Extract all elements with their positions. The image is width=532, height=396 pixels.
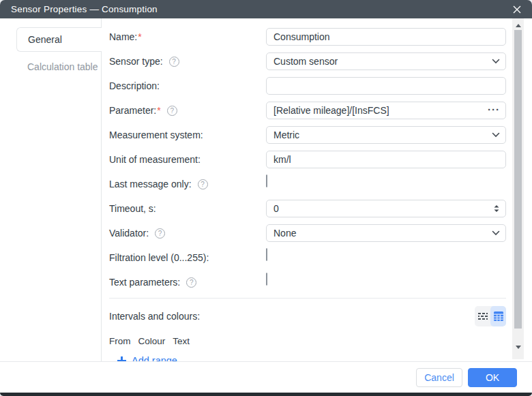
description-input[interactable]: [266, 77, 506, 95]
unit-input[interactable]: [266, 151, 506, 168]
intervals-label: Intervals and colours:: [109, 311, 200, 322]
chevron-down-icon: [492, 132, 500, 138]
plus-icon: [117, 356, 126, 362]
close-icon: [513, 5, 521, 14]
last-message-only-checkbox[interactable]: [266, 174, 267, 187]
tab-general[interactable]: General: [16, 27, 102, 52]
col-colour: Colour: [138, 336, 166, 346]
general-form: Name: * Sensor type: ? Custom: [109, 18, 506, 361]
row-text-parameters: Text parameters: ?: [109, 273, 506, 291]
help-icon[interactable]: ?: [186, 277, 196, 288]
scrollbar-thumb[interactable]: [514, 30, 522, 329]
sensor-type-select[interactable]: Custom sensor: [266, 52, 506, 70]
sensor-properties-dialog: Sensor Properties — Consumption General …: [0, 0, 532, 396]
row-name: Name: *: [109, 28, 506, 46]
scroll-up-icon[interactable]: [516, 24, 521, 27]
row-measurement-system: Measurement system: Metric: [109, 126, 506, 144]
filtration-level-checkbox[interactable]: [266, 248, 267, 261]
spinner-icon[interactable]: [493, 204, 500, 213]
col-from: From: [109, 336, 131, 346]
filtration-level-label: Filtration level (0...255):: [109, 252, 209, 263]
table-view-button[interactable]: [490, 306, 506, 326]
scroll-down-icon[interactable]: [516, 346, 521, 349]
tab-general-label: General: [28, 34, 62, 45]
help-icon[interactable]: ?: [155, 228, 165, 239]
row-description: Description:: [109, 77, 506, 95]
help-icon[interactable]: ?: [167, 106, 177, 116]
row-validator: Validator: ? None: [109, 224, 506, 242]
name-label: Name:: [109, 31, 137, 42]
validator-select[interactable]: None: [266, 224, 506, 242]
row-parameter: Parameter: * ? ···: [109, 102, 506, 119]
text-parameters-checkbox[interactable]: [266, 273, 267, 286]
measurement-system-select[interactable]: Metric: [266, 126, 506, 144]
tab-calculation-table[interactable]: Calculation table: [27, 60, 102, 74]
dashed-rows-icon: [477, 311, 488, 322]
chevron-down-icon: [492, 59, 500, 64]
measurement-system-label: Measurement system:: [109, 130, 203, 140]
ok-button[interactable]: OK: [468, 368, 517, 387]
close-button[interactable]: [512, 4, 522, 15]
row-unit: Unit of measurement:: [109, 151, 506, 168]
row-sensor-type: Sensor type: ? Custom sensor: [109, 52, 506, 70]
description-label: Description:: [109, 80, 160, 91]
dialog-titlebar: Sensor Properties — Consumption: [0, 0, 532, 18]
text-parameters-label: Text parameters:: [109, 277, 180, 288]
last-message-only-label: Last message only:: [109, 179, 192, 189]
sensor-type-label: Sensor type:: [109, 56, 163, 67]
slider-view-button[interactable]: [475, 306, 490, 326]
col-text: Text: [173, 336, 190, 346]
help-icon[interactable]: ?: [198, 179, 208, 189]
parameter-label: Parameter:: [109, 105, 156, 116]
section-divider: [109, 298, 506, 299]
tab-calculation-table-label: Calculation table: [27, 61, 98, 72]
intervals-column-headers: From Colour Text: [109, 335, 506, 346]
dialog-title: Sensor Properties — Consumption: [11, 4, 158, 14]
more-options-icon[interactable]: ···: [488, 104, 500, 115]
window-bottom-edge: [0, 393, 532, 396]
chevron-down-icon: [492, 230, 500, 236]
dialog-footer: Cancel OK: [0, 361, 532, 396]
intervals-view-toggle: [475, 306, 506, 326]
name-input[interactable]: [266, 28, 506, 46]
row-timeout: Timeout, s:: [109, 200, 506, 217]
screen: Sensor Properties — Consumption General …: [0, 0, 532, 396]
timeout-input[interactable]: [266, 200, 506, 217]
validator-label: Validator:: [109, 228, 149, 239]
row-last-message-only: Last message only: ?: [109, 175, 506, 193]
timeout-label: Timeout, s:: [109, 203, 156, 214]
unit-label: Unit of measurement:: [109, 154, 201, 165]
dialog-body: General Calculation table Name: *: [0, 18, 532, 361]
vertical-scrollbar[interactable]: [512, 18, 524, 359]
row-filtration-level: Filtration level (0...255):: [109, 249, 506, 266]
help-icon[interactable]: ?: [169, 57, 179, 67]
table-grid-icon: [493, 311, 504, 322]
cancel-button[interactable]: Cancel: [416, 368, 462, 387]
required-marker: *: [138, 31, 141, 42]
intervals-and-colours-row: Intervals and colours:: [109, 306, 506, 326]
parameter-input[interactable]: [266, 102, 506, 119]
required-marker: *: [157, 105, 160, 116]
tab-sidebar: General Calculation table: [0, 18, 102, 361]
add-range-link[interactable]: Add range: [117, 354, 506, 361]
add-range-label: Add range: [132, 355, 177, 361]
